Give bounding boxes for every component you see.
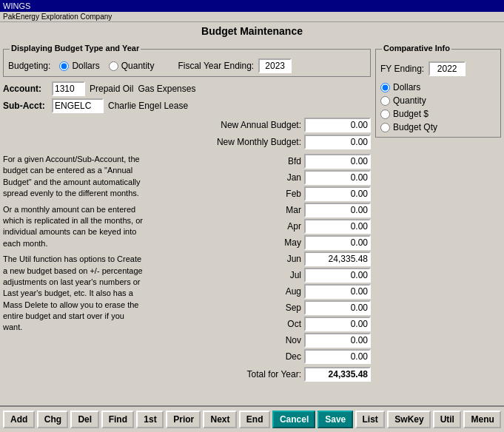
month-row-apr: Apr	[148, 219, 371, 234]
month-input-jul[interactable]	[304, 268, 371, 283]
month-input-sep[interactable]	[304, 300, 371, 315]
main-title: Budget Maintenance	[0, 22, 504, 40]
info-text-block: For a given Account/Sub-Account, the bud…	[3, 154, 144, 382]
comparative-group-label: Comparative Info	[382, 44, 451, 53]
month-row-sep: Sep	[148, 300, 371, 315]
month-label-apr: Apr	[280, 221, 301, 232]
month-row-mar: Mar	[148, 203, 371, 217]
month-input-dec[interactable]	[304, 349, 371, 364]
chg-button[interactable]: Chg	[37, 411, 69, 428]
annual-budget-input[interactable]: 0.00	[304, 118, 371, 132]
comp-quantity-label[interactable]: Quantity	[380, 95, 496, 106]
month-label-feb: Feb	[280, 189, 301, 199]
month-row-may: May	[148, 235, 371, 250]
comp-budget-qty-text: Budget Qty	[393, 122, 437, 132]
app-name: WINGS	[3, 1, 30, 10]
month-input-bfd[interactable]	[304, 154, 371, 169]
month-row-nov: Nov	[148, 333, 371, 348]
subacct-desc: Charlie Engel Lease	[108, 101, 188, 111]
dollars-radio[interactable]	[59, 61, 69, 71]
month-input-may[interactable]	[304, 235, 371, 250]
months-grid: Bfd Jan Feb Mar Apr	[148, 154, 371, 382]
month-input-feb[interactable]	[304, 186, 371, 201]
comp-fy-input[interactable]: 2022	[429, 61, 466, 76]
budgeting-label: Budgeting:	[8, 61, 50, 71]
prior-button[interactable]: Prior	[166, 411, 201, 428]
info-para-1: For a given Account/Sub-Account, the bud…	[3, 154, 144, 200]
del-button[interactable]: Del	[70, 411, 98, 428]
menu-button[interactable]: Menu	[463, 411, 501, 428]
month-label-dec: Dec	[280, 351, 301, 362]
quantity-radio-label[interactable]: Quantity	[109, 61, 155, 71]
end-button[interactable]: End	[239, 411, 270, 428]
info-para-2: Or a monthly amount can be entered which…	[3, 204, 144, 250]
find-button[interactable]: Find	[101, 411, 135, 428]
month-row-aug: Aug	[148, 284, 371, 299]
month-input-mar[interactable]	[304, 203, 371, 217]
month-input-aug[interactable]	[304, 284, 371, 299]
month-label-sep: Sep	[280, 303, 301, 313]
month-input-jun[interactable]	[304, 252, 371, 266]
bottom-toolbar: Add Chg Del Find 1st Prior Next End Canc…	[0, 405, 504, 432]
comp-dollars-label[interactable]: Dollars	[380, 82, 496, 92]
total-input: 24,335.48	[304, 367, 371, 382]
month-input-oct[interactable]	[304, 317, 371, 331]
title-bar: WINGS	[0, 0, 504, 12]
account-input[interactable]: 1310	[52, 81, 85, 96]
month-row-oct: Oct	[148, 317, 371, 331]
util-button[interactable]: Util	[433, 411, 462, 428]
month-row-dec: Dec	[148, 349, 371, 364]
month-row-bfd: Bfd	[148, 154, 371, 169]
company-name: PakEnergy Exploration Company	[3, 13, 112, 21]
comp-quantity-radio[interactable]	[380, 96, 390, 106]
quantity-radio[interactable]	[109, 61, 118, 71]
fiscal-year-input[interactable]: 2023	[258, 58, 292, 73]
month-input-nov[interactable]	[304, 333, 371, 348]
comp-budget-qty-radio[interactable]	[380, 123, 390, 132]
subacct-input[interactable]: ENGELC	[52, 98, 104, 113]
total-label: Total for Year:	[247, 369, 301, 379]
month-row-jun: Jun	[148, 252, 371, 266]
annual-budget-label: New Annual Budget:	[221, 120, 301, 130]
account-label: Account:	[3, 84, 47, 94]
list-button[interactable]: List	[355, 411, 386, 428]
month-label-may: May	[280, 237, 301, 248]
month-label-oct: Oct	[280, 319, 301, 329]
dollars-radio-label[interactable]: Dollars	[59, 61, 99, 71]
month-row-jul: Jul	[148, 268, 371, 283]
cancel-button[interactable]: Cancel	[272, 411, 315, 428]
month-input-jan[interactable]	[304, 170, 371, 185]
quantity-label: Quantity	[121, 61, 155, 71]
dollars-label: Dollars	[72, 61, 99, 71]
month-input-apr[interactable]	[304, 219, 371, 234]
month-label-jul: Jul	[280, 270, 301, 280]
save-button[interactable]: Save	[317, 411, 352, 428]
comp-budget-qty-label[interactable]: Budget Qty	[380, 122, 496, 132]
subacct-label: Sub-Acct:	[3, 101, 47, 111]
month-label-bfd: Bfd	[280, 156, 301, 166]
comp-dollars-radio[interactable]	[380, 83, 390, 92]
next-button[interactable]: Next	[203, 411, 236, 428]
monthly-budget-input[interactable]: 0.00	[304, 135, 371, 149]
add-button[interactable]: Add	[3, 411, 35, 428]
month-label-jun: Jun	[280, 254, 301, 264]
comp-budget-s-label[interactable]: Budget $	[380, 109, 496, 119]
app-bar: PakEnergy Exploration Company	[0, 12, 504, 22]
comp-fy-label: FY Ending:	[380, 64, 424, 74]
fiscal-year-label: Fiscal Year Ending:	[178, 61, 254, 71]
comp-quantity-text: Quantity	[393, 95, 426, 106]
info-para-3: The Util function has options to Create …	[3, 254, 144, 334]
comp-dollars-text: Dollars	[393, 82, 420, 92]
comp-budget-s-radio[interactable]	[380, 109, 390, 119]
month-row-jan: Jan	[148, 170, 371, 185]
total-row: Total for Year: 24,335.48	[148, 367, 371, 382]
account-desc1: Prepaid Oil	[90, 84, 133, 94]
comp-budget-s-text: Budget $	[393, 109, 429, 119]
account-desc2: Gas Expenses	[138, 84, 195, 94]
month-label-jan: Jan	[280, 172, 301, 183]
month-row-feb: Feb	[148, 186, 371, 201]
swkey-button[interactable]: SwKey	[387, 411, 430, 428]
month-label-nov: Nov	[280, 335, 301, 345]
comp-radio-group: Dollars Quantity Budget $ Budget Qty	[380, 82, 496, 132]
first-button[interactable]: 1st	[136, 411, 164, 428]
